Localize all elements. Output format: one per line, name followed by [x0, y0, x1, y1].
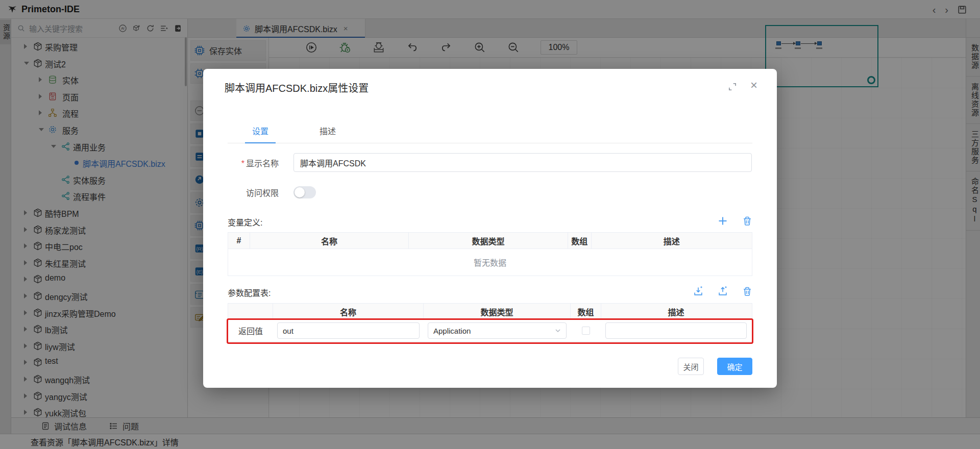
display-name-label: 显示名称 — [246, 159, 279, 168]
column-header: 描述 — [601, 304, 751, 319]
properties-dialog: 脚本调用AFCSDK.bizx属性设置 × 设置 描述 *显示名称 访问权限 变… — [203, 69, 777, 388]
access-row: 访问权限 — [228, 186, 316, 198]
access-toggle[interactable] — [293, 186, 316, 198]
display-name-row: *显示名称 — [228, 153, 752, 172]
variables-section-label: 变量定义: — [228, 216, 262, 228]
variables-empty-text: 暂无数据 — [228, 249, 752, 276]
column-header: 描述 — [592, 233, 752, 248]
column-header: 数据类型 — [409, 233, 568, 248]
param-row-return-value: 返回值 Application — [228, 320, 752, 341]
param-array-checkbox[interactable] — [582, 327, 590, 335]
column-header: 数组 — [568, 233, 592, 248]
dialog-title: 脚本调用AFCSDK.bizx属性设置 — [225, 80, 369, 95]
param-name-input[interactable] — [277, 322, 420, 339]
delete-variable-icon[interactable] — [742, 216, 752, 226]
export-params-icon[interactable] — [718, 286, 728, 296]
params-table: 名称数据类型数组描述 返回值 Application — [228, 303, 752, 342]
param-description-input[interactable] — [605, 322, 747, 339]
dialog-tab-settings[interactable]: 设置 — [245, 124, 276, 143]
chevron-down-icon — [555, 328, 561, 334]
column-header: 数据类型 — [424, 304, 571, 319]
dialog-expand-icon[interactable] — [728, 82, 737, 91]
dialog-close-icon[interactable]: × — [750, 78, 757, 92]
column-header — [228, 304, 273, 319]
column-header: 名称 — [273, 304, 424, 319]
param-datatype-select[interactable]: Application — [428, 322, 567, 339]
application-window: Primeton-IDE ‹ › 资源 输入关键字搜索 AI — [0, 0, 980, 449]
param-kind-label: 返回值 — [238, 325, 263, 337]
column-header: 名称 — [250, 233, 409, 248]
ok-button[interactable]: 确定 — [717, 358, 752, 375]
access-label: 访问权限 — [228, 186, 279, 198]
add-variable-icon[interactable] — [718, 216, 728, 226]
dialog-tabs: 设置 描述 — [228, 124, 752, 143]
display-name-input[interactable] — [293, 153, 752, 172]
close-button[interactable]: 关闭 — [678, 358, 704, 375]
variables-table: #名称数据类型数组描述 暂无数据 — [228, 232, 752, 276]
delete-param-icon[interactable] — [742, 286, 752, 296]
column-header: 数组 — [571, 304, 601, 319]
required-mark: * — [241, 159, 244, 168]
column-header: # — [228, 233, 250, 248]
import-params-icon[interactable] — [693, 286, 703, 296]
params-section-label: 参数配置表: — [228, 286, 271, 298]
param-datatype-value: Application — [433, 327, 471, 335]
dialog-tab-description[interactable]: 描述 — [312, 124, 343, 143]
